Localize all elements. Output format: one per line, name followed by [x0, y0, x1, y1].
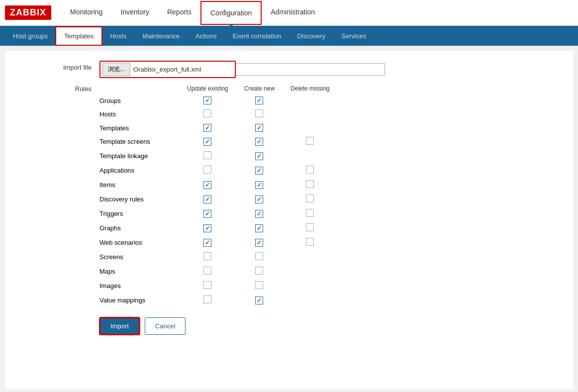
checkbox-create-new[interactable] — [255, 152, 263, 160]
subnav-templates[interactable]: Templates — [56, 27, 102, 45]
rule-create-new[interactable] — [236, 250, 283, 264]
rule-update-existing[interactable] — [179, 250, 236, 264]
rule-delete-missing[interactable] — [283, 264, 338, 279]
checkbox-update-existing[interactable] — [203, 138, 211, 146]
rule-delete-missing[interactable] — [283, 235, 338, 250]
checkbox-create-new[interactable] — [255, 210, 263, 218]
rule-update-existing[interactable] — [179, 121, 236, 134]
rule-delete-missing[interactable] — [283, 149, 338, 163]
rule-update-existing[interactable] — [179, 107, 236, 121]
nav-reports[interactable]: Reports — [158, 1, 200, 25]
checkbox-delete-missing[interactable] — [306, 209, 314, 217]
rule-update-existing[interactable] — [179, 293, 236, 307]
checkbox-update-existing[interactable] — [203, 109, 211, 117]
rule-create-new[interactable] — [236, 134, 283, 149]
checkbox-delete-missing[interactable] — [306, 195, 314, 202]
rule-update-existing[interactable] — [179, 94, 236, 107]
checkbox-update-existing[interactable] — [203, 239, 211, 247]
rule-update-existing[interactable] — [179, 134, 236, 149]
rule-row: Groups — [99, 94, 338, 107]
checkbox-delete-missing[interactable] — [306, 238, 314, 246]
rule-delete-missing[interactable] — [283, 107, 338, 121]
checkbox-create-new[interactable] — [255, 267, 263, 275]
checkbox-create-new[interactable] — [255, 296, 263, 304]
checkbox-update-existing[interactable] — [203, 281, 211, 289]
checkbox-update-existing[interactable] — [203, 97, 211, 104]
rule-create-new[interactable] — [236, 94, 283, 107]
cancel-button[interactable]: Cancel — [145, 317, 186, 335]
rule-update-existing[interactable] — [179, 149, 236, 163]
checkbox-update-existing[interactable] — [203, 181, 211, 189]
rule-delete-missing[interactable] — [283, 293, 338, 307]
rule-update-existing[interactable] — [179, 163, 236, 178]
rule-create-new[interactable] — [236, 163, 283, 178]
rule-create-new[interactable] — [236, 192, 283, 206]
nav-configuration[interactable]: Configuration — [200, 1, 262, 25]
rule-update-existing[interactable] — [179, 178, 236, 192]
checkbox-update-existing[interactable] — [203, 210, 211, 218]
rule-delete-missing[interactable] — [283, 121, 338, 134]
checkbox-update-existing[interactable] — [203, 196, 211, 203]
checkbox-create-new[interactable] — [255, 281, 263, 289]
subnav-maintenance[interactable]: Maintenance — [135, 27, 188, 45]
checkbox-update-existing[interactable] — [203, 252, 211, 260]
checkbox-create-new[interactable] — [255, 196, 263, 203]
nav-administration[interactable]: Administration — [262, 1, 324, 25]
rule-delete-missing[interactable] — [283, 163, 338, 178]
rule-delete-missing[interactable] — [283, 192, 338, 206]
rule-create-new[interactable] — [236, 107, 283, 121]
rule-delete-missing[interactable] — [283, 221, 338, 235]
rule-update-existing[interactable] — [179, 206, 236, 221]
checkbox-update-existing[interactable] — [203, 166, 211, 174]
checkbox-delete-missing[interactable] — [306, 223, 314, 231]
rule-delete-missing[interactable] — [283, 134, 338, 149]
checkbox-create-new[interactable] — [255, 224, 263, 232]
rule-update-existing[interactable] — [179, 279, 236, 293]
rule-create-new[interactable] — [236, 235, 283, 250]
rule-update-existing[interactable] — [179, 221, 236, 235]
rule-update-existing[interactable] — [179, 235, 236, 250]
checkbox-create-new[interactable] — [255, 239, 263, 247]
rule-create-new[interactable] — [236, 221, 283, 235]
import-button[interactable]: Import — [99, 317, 140, 335]
subnav-discovery[interactable]: Discovery — [289, 27, 333, 45]
checkbox-update-existing[interactable] — [203, 267, 211, 275]
rule-delete-missing[interactable] — [283, 206, 338, 221]
checkbox-create-new[interactable] — [255, 252, 263, 260]
checkbox-update-existing[interactable] — [203, 224, 211, 232]
checkbox-create-new[interactable] — [255, 97, 263, 104]
rule-delete-missing[interactable] — [283, 94, 338, 107]
rule-delete-missing[interactable] — [283, 279, 338, 293]
rule-delete-missing[interactable] — [283, 178, 338, 192]
subnav-event-correlation[interactable]: Event correlation — [225, 27, 289, 45]
nav-inventory[interactable]: Inventory — [111, 1, 158, 25]
rule-update-existing[interactable] — [179, 192, 236, 206]
checkbox-create-new[interactable] — [255, 167, 263, 175]
rule-create-new[interactable] — [236, 279, 283, 293]
rule-create-new[interactable] — [236, 121, 283, 134]
nav-monitoring[interactable]: Monitoring — [61, 1, 111, 25]
checkbox-create-new[interactable] — [255, 138, 263, 146]
subnav-actions[interactable]: Actions — [188, 27, 225, 45]
subnav-hosts[interactable]: Hosts — [102, 27, 134, 45]
file-path-input[interactable] — [236, 63, 385, 76]
browse-button[interactable]: 浏览... — [102, 63, 130, 76]
checkbox-delete-missing[interactable] — [306, 180, 314, 188]
subnav-services[interactable]: Services — [333, 27, 374, 45]
checkbox-delete-missing[interactable] — [306, 137, 314, 145]
checkbox-delete-missing[interactable] — [306, 166, 314, 174]
rule-update-existing[interactable] — [179, 264, 236, 279]
subnav-host-groups[interactable]: Host groups — [5, 27, 56, 45]
checkbox-create-new[interactable] — [255, 181, 263, 189]
rule-create-new[interactable] — [236, 149, 283, 163]
checkbox-update-existing[interactable] — [203, 124, 211, 132]
rule-create-new[interactable] — [236, 264, 283, 279]
rule-create-new[interactable] — [236, 293, 283, 307]
rule-delete-missing[interactable] — [283, 250, 338, 264]
checkbox-update-existing[interactable] — [203, 151, 211, 159]
checkbox-create-new[interactable] — [255, 124, 263, 132]
checkbox-create-new[interactable] — [255, 109, 263, 117]
rule-create-new[interactable] — [236, 178, 283, 192]
checkbox-update-existing[interactable] — [203, 295, 211, 303]
rule-create-new[interactable] — [236, 206, 283, 221]
